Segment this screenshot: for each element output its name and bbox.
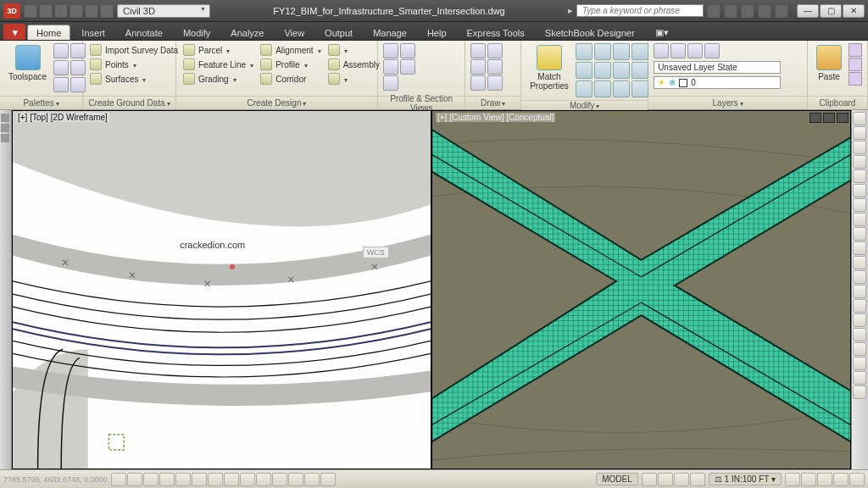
status-icon[interactable] [833, 473, 849, 486]
viewport-left-label[interactable]: [+] [Top] [2D Wireframe] [16, 113, 109, 122]
tab-view[interactable]: View [275, 25, 314, 40]
rect-icon[interactable] [470, 75, 486, 91]
tab-analyze[interactable]: Analyze [221, 25, 273, 40]
navbar-icon[interactable] [853, 213, 866, 226]
layerfreeze-icon[interactable] [704, 43, 720, 58]
navbar-icon[interactable] [853, 155, 866, 169]
tab-output[interactable]: Output [315, 25, 362, 40]
viewport-conceptual-3d[interactable]: [+] [Custom View] [Conceptual] [431, 110, 851, 469]
modify-panel-title[interactable]: Modify [570, 101, 599, 110]
app-tab[interactable]: ▾ [3, 24, 25, 40]
array-icon[interactable] [613, 80, 630, 97]
palette-icon[interactable] [53, 60, 69, 75]
trim-icon[interactable] [613, 43, 630, 60]
layerprops-icon[interactable] [654, 43, 669, 58]
sampleline-icon[interactable] [400, 43, 415, 58]
move-icon[interactable] [576, 43, 593, 60]
navbar-icon[interactable] [853, 169, 866, 183]
paste-button[interactable]: Paste [813, 43, 845, 83]
design-panel-title[interactable]: Create Design [248, 98, 307, 108]
stretch-icon[interactable] [576, 80, 593, 97]
navbar-icon[interactable] [853, 371, 866, 385]
minimize-button[interactable]: — [797, 4, 819, 18]
featureline-dropdown[interactable]: Feature Line [181, 58, 255, 71]
cut-icon[interactable] [849, 43, 862, 57]
sc-toggle[interactable] [304, 473, 320, 486]
app-menu-button[interactable]: 3D [3, 3, 20, 19]
navbar-icon[interactable] [853, 385, 866, 399]
grid-toggle[interactable] [127, 473, 142, 486]
exchange-icon[interactable] [741, 4, 754, 18]
profileview-icon[interactable] [383, 43, 398, 58]
palette-icon[interactable] [53, 77, 69, 92]
layer-state-dropdown[interactable]: Unsaved Layer State [654, 61, 781, 74]
navbar-icon[interactable] [853, 112, 866, 125]
profile-dropdown[interactable]: Profile [259, 58, 322, 71]
circle-icon[interactable] [470, 59, 486, 75]
am-toggle[interactable] [320, 473, 336, 486]
copyclip-icon[interactable] [849, 58, 862, 71]
model-space-button[interactable]: MODEL [596, 473, 638, 485]
qat-undo-icon[interactable] [70, 4, 83, 18]
fillet-icon[interactable] [613, 62, 630, 79]
pline-icon[interactable] [487, 43, 503, 58]
lwt-toggle[interactable] [256, 473, 271, 486]
strip-icon[interactable] [1, 134, 9, 142]
palette-icon[interactable] [53, 43, 69, 58]
annotation-scale[interactable]: ⚖ 1 IN:100 FT ▾ [709, 473, 782, 485]
search-input[interactable] [576, 4, 704, 17]
surfaces-dropdown[interactable]: Surfaces [88, 72, 180, 86]
tab-annotate[interactable]: Annotate [116, 25, 172, 40]
wcs-badge[interactable]: WCS [363, 247, 389, 258]
qat-new-icon[interactable] [24, 4, 37, 18]
vp-min-icon[interactable] [810, 113, 821, 123]
layers-panel-title[interactable]: Layers [713, 98, 743, 108]
copy-icon[interactable] [576, 62, 593, 79]
polar-toggle[interactable] [159, 473, 175, 486]
qat-redo-icon[interactable] [85, 4, 98, 18]
match-properties-button[interactable]: Match Properties [526, 43, 572, 92]
qat-print-icon[interactable] [100, 4, 114, 18]
import-survey-data-button[interactable]: Import Survey Data [88, 43, 180, 57]
strip-icon[interactable] [1, 114, 9, 122]
parcel-dropdown[interactable]: Parcel [181, 43, 255, 57]
tab-sketchbook[interactable]: SketchBook Designer [536, 25, 644, 40]
qat-save-icon[interactable] [54, 4, 68, 18]
line-icon[interactable] [470, 43, 486, 58]
sectionview2-icon[interactable] [400, 59, 415, 75]
points-dropdown[interactable]: Points [88, 58, 180, 71]
quickview2-icon[interactable] [674, 473, 689, 486]
tab-home[interactable]: Home [27, 25, 70, 40]
ground-panel-title[interactable]: Create Ground Data [88, 98, 170, 108]
hatch-icon[interactable] [487, 75, 503, 91]
layerstates-icon[interactable] [670, 43, 686, 58]
close-button[interactable]: ✕ [843, 4, 865, 18]
status-icon[interactable] [849, 473, 865, 486]
navbar-icon[interactable] [853, 313, 866, 327]
viewport-right-label[interactable]: [+] [Custom View] [Conceptual] [436, 113, 555, 122]
corridor-button[interactable]: Corridor [259, 72, 322, 86]
mirror-icon[interactable] [594, 62, 611, 79]
navbar-icon[interactable] [853, 270, 866, 284]
3dosnap-toggle[interactable] [192, 473, 207, 486]
ducs-toggle[interactable] [224, 473, 239, 486]
matchclip-icon[interactable] [849, 72, 862, 86]
key-icon[interactable] [724, 4, 737, 18]
navbar-icon[interactable] [853, 198, 866, 212]
quickview-icon[interactable] [658, 473, 673, 486]
qat-open-icon[interactable] [39, 4, 53, 18]
focus-panel-icon[interactable]: ▣▾ [646, 24, 678, 40]
otrack-toggle[interactable] [208, 473, 223, 486]
rotate-icon[interactable] [594, 43, 611, 60]
navbar-icon[interactable] [853, 126, 866, 140]
arc-icon[interactable] [487, 59, 503, 75]
toolspace-button[interactable]: Toolspace [5, 43, 50, 83]
status-icon[interactable] [801, 473, 816, 486]
ortho-toggle[interactable] [143, 473, 159, 486]
status-icon[interactable] [785, 473, 800, 486]
offset-icon[interactable] [632, 80, 648, 97]
layout-icon[interactable] [642, 473, 657, 486]
tab-modify[interactable]: Modify [174, 25, 220, 40]
workspace-dropdown[interactable]: Civil 3D [117, 4, 210, 18]
navbar-icon[interactable] [853, 141, 866, 154]
